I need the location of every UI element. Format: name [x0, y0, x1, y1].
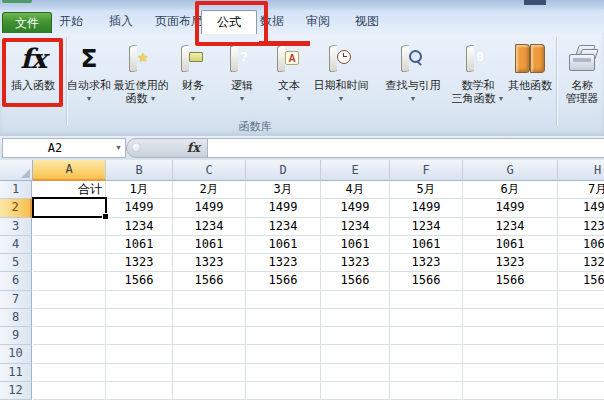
cell-H1[interactable]: 7月 [558, 181, 604, 199]
cell-G12[interactable] [463, 382, 558, 400]
dropdown-arrow-icon[interactable]: ▼ [86, 94, 93, 103]
column-header-B[interactable]: B [106, 160, 173, 181]
cell-F11[interactable] [390, 364, 463, 382]
tab-home[interactable]: 开始 [50, 10, 92, 33]
cell-C6[interactable]: 1566 [173, 272, 246, 290]
cell-H7[interactable] [558, 291, 604, 309]
cell-C2[interactable]: 1499 [173, 199, 246, 217]
cell-C9[interactable] [173, 327, 246, 345]
row-header-2[interactable]: 2 [0, 199, 32, 217]
cell-D1[interactable]: 3月 [246, 181, 321, 199]
ribbon-button-lookup-reference[interactable]: 查找与引用▼ [379, 37, 447, 115]
row-header-1[interactable]: 1 [0, 181, 32, 199]
cell-G5[interactable]: 1323 [463, 254, 558, 272]
cell-F3[interactable]: 1234 [390, 218, 463, 236]
column-header-E[interactable]: E [321, 160, 390, 181]
cell-A6[interactable] [33, 272, 106, 290]
cell-B2[interactable]: 1499 [106, 199, 173, 217]
cell-B8[interactable] [106, 309, 173, 327]
cell-A5[interactable] [33, 254, 106, 272]
row-header-5[interactable]: 5 [0, 254, 32, 272]
cell-E2[interactable]: 1499 [321, 199, 390, 217]
cell-E5[interactable]: 1323 [321, 254, 390, 272]
cell-H2[interactable]: 1499 [558, 199, 604, 217]
cell-H10[interactable] [558, 345, 604, 363]
cell-F12[interactable] [390, 382, 463, 400]
cell-F2[interactable]: 1499 [390, 199, 463, 217]
name-box-dropdown-icon[interactable]: ▼ [115, 139, 122, 157]
dropdown-arrow-icon[interactable]: ▼ [239, 94, 246, 103]
cell-G6[interactable]: 1566 [463, 272, 558, 290]
cell-A9[interactable] [33, 327, 106, 345]
cell-G2[interactable]: 1499 [463, 199, 558, 217]
cell-H6[interactable]: 1566 [558, 272, 604, 290]
cell-D7[interactable] [246, 291, 321, 309]
row-header-3[interactable]: 3 [0, 218, 32, 236]
fill-handle[interactable] [102, 213, 109, 220]
dropdown-arrow-icon[interactable]: ▼ [150, 95, 157, 102]
cell-D5[interactable]: 1323 [246, 254, 321, 272]
cell-E1[interactable]: 4月 [321, 181, 390, 199]
cell-E10[interactable] [321, 345, 390, 363]
cell-B4[interactable]: 1061 [106, 236, 173, 254]
cell-F6[interactable]: 1566 [390, 272, 463, 290]
tab-review[interactable]: 审阅 [296, 10, 340, 33]
cell-D9[interactable] [246, 327, 321, 345]
tab-insert[interactable]: 插入 [99, 10, 143, 33]
cell-B6[interactable]: 1566 [106, 272, 173, 290]
cell-B12[interactable] [106, 382, 173, 400]
cell-E11[interactable] [321, 364, 390, 382]
cell-A12[interactable] [33, 382, 106, 400]
cell-H4[interactable]: 1061 [558, 236, 604, 254]
cell-H11[interactable] [558, 364, 604, 382]
ribbon-button-recently-used[interactable]: ★最近使用的函数▼ [110, 37, 172, 115]
cell-F10[interactable] [390, 345, 463, 363]
cell-G9[interactable] [463, 327, 558, 345]
column-header-F[interactable]: F [390, 160, 463, 181]
cell-D2[interactable]: 1499 [246, 199, 321, 217]
cell-B10[interactable] [106, 345, 173, 363]
column-header-A[interactable]: A [33, 160, 106, 181]
cell-A7[interactable] [33, 291, 106, 309]
cell-D8[interactable] [246, 309, 321, 327]
cell-E9[interactable] [321, 327, 390, 345]
column-header-H[interactable]: H [558, 160, 604, 181]
cell-F1[interactable]: 5月 [390, 181, 463, 199]
dropdown-arrow-icon[interactable]: ▼ [286, 94, 293, 103]
cell-E3[interactable]: 1234 [321, 218, 390, 236]
cell-C12[interactable] [173, 382, 246, 400]
cell-E6[interactable]: 1566 [321, 272, 390, 290]
cell-D11[interactable] [246, 364, 321, 382]
cell-H5[interactable]: 1323 [558, 254, 604, 272]
column-header-C[interactable]: C [173, 160, 246, 181]
tab-file[interactable]: 文件 [2, 12, 52, 33]
cell-B3[interactable]: 1234 [106, 218, 173, 236]
cell-B5[interactable]: 1323 [106, 254, 173, 272]
dropdown-arrow-icon[interactable]: ▼ [527, 94, 534, 103]
cell-F8[interactable] [390, 309, 463, 327]
cell-D4[interactable]: 1061 [246, 236, 321, 254]
cell-D3[interactable]: 1234 [246, 218, 321, 236]
cell-C10[interactable] [173, 345, 246, 363]
row-header-9[interactable]: 9 [0, 327, 32, 345]
fx-icon[interactable]: fx [187, 139, 200, 157]
formula-input[interactable] [207, 138, 604, 158]
ribbon-button-math-trig[interactable]: θ数学和三角函数▼ [444, 37, 512, 115]
cell-F5[interactable]: 1323 [390, 254, 463, 272]
cell-C11[interactable] [173, 364, 246, 382]
name-box[interactable]: A2 ▼ [2, 138, 126, 158]
cell-F4[interactable]: 1061 [390, 236, 463, 254]
ribbon-button-logical[interactable]: ?逻辑▼ [221, 37, 263, 115]
column-header-D[interactable]: D [246, 160, 321, 181]
cell-E8[interactable] [321, 309, 390, 327]
cell-B11[interactable] [106, 364, 173, 382]
ribbon-button-more-functions[interactable]: 其他函数▼ [505, 37, 555, 115]
cell-H12[interactable] [558, 382, 604, 400]
cell-E4[interactable]: 1061 [321, 236, 390, 254]
cell-A11[interactable] [33, 364, 106, 382]
cell-D10[interactable] [246, 345, 321, 363]
row-header-8[interactable]: 8 [0, 309, 32, 327]
cell-G8[interactable] [463, 309, 558, 327]
cell-G3[interactable]: 1234 [463, 218, 558, 236]
row-header-11[interactable]: 11 [0, 364, 32, 382]
